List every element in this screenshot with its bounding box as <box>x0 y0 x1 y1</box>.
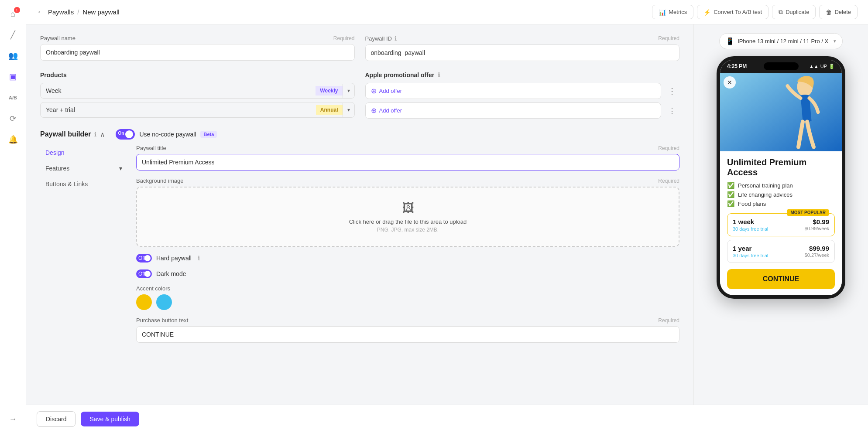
feature-text-2: Food plans <box>738 201 766 207</box>
upload-area[interactable]: 🖼 Click here or drag the file to this ar… <box>136 187 679 247</box>
breadcrumb-separator: / <box>77 8 79 16</box>
sidebar-item-integrations[interactable]: ⟳ <box>4 110 22 127</box>
save-publish-button[interactable]: Save & publish <box>81 412 139 426</box>
apple-promo-info-icon[interactable]: ℹ <box>438 72 440 78</box>
hard-paywall-toggle[interactable]: Off <box>136 254 152 263</box>
sidebar-item-home[interactable]: ⌂ 1 <box>4 5 22 23</box>
offer-2-menu-icon[interactable]: ⋮ <box>665 104 679 117</box>
sidebar-collapse-btn[interactable]: → <box>4 410 22 428</box>
main-content: ← Paywalls / New paywall 📊 Metrics ⚡ Con… <box>26 0 868 433</box>
sidebar-item-ab[interactable]: A/B <box>4 89 22 106</box>
paywall-title-group: Paywall title Required <box>136 145 679 170</box>
product-1-name: Week <box>41 83 316 98</box>
device-selector[interactable]: 📱 iPhone 13 mini / 12 mini / 11 Pro / X … <box>719 33 843 49</box>
product-1-chevron-icon[interactable]: ▾ <box>343 84 354 98</box>
builder-info-icon[interactable]: ℹ <box>94 131 96 138</box>
feature-text-0: Personal training plan <box>738 182 793 189</box>
plan-0-sub-row: 30 days free trial $0.99/week <box>733 225 829 232</box>
no-code-toggle[interactable]: On <box>116 129 135 140</box>
add-offer-1-button[interactable]: ⊕ Add offer <box>365 83 662 99</box>
notifications-icon: 🔔 <box>8 135 18 144</box>
duplicate-button[interactable]: ⧉ Duplicate <box>772 5 816 19</box>
offer-1-menu-icon[interactable]: ⋮ <box>665 85 679 98</box>
paywall-id-label: Paywall ID ℹ Required <box>365 35 680 42</box>
plan-card-1[interactable]: 1 year $99.99 30 days free trial $0.27/w… <box>727 240 835 263</box>
feature-item-0: ✅ Personal training plan <box>727 182 835 189</box>
add-offer-2-button[interactable]: ⊕ Add offer <box>365 102 662 119</box>
accent-colors-label: Accent colors <box>136 285 679 292</box>
accent-color-1-swatch[interactable] <box>136 294 152 310</box>
content-area: Paywall name Required Paywall ID ℹ Requi… <box>26 24 868 405</box>
builder-form: Paywall title Required Background image … <box>136 145 679 343</box>
product-2-row: Year + trial Annual ▾ <box>40 102 355 118</box>
plan-card-0[interactable]: MOST POPULAR 1 week $0.99 30 days free t… <box>727 213 835 236</box>
builder-nav-design[interactable]: Design <box>40 145 127 160</box>
apple-promo-label: Apple promotional offer ℹ <box>365 72 680 78</box>
purchase-btn-input[interactable] <box>136 326 679 343</box>
preview-panel: 📱 iPhone 13 mini / 12 mini / 11 Pro / X … <box>693 24 868 405</box>
delete-button[interactable]: 🗑 Delete <box>819 5 858 19</box>
product-1-select[interactable]: Week Weekly ▾ <box>40 83 355 99</box>
check-icon-1: ✅ <box>727 191 734 198</box>
dark-mode-label: Dark mode <box>156 270 186 277</box>
check-icon-2: ✅ <box>727 200 734 207</box>
hard-paywall-info-icon[interactable]: ℹ <box>198 255 200 262</box>
no-code-toggle-row: On Use no-code paywall Beta <box>116 129 217 140</box>
notification-badge: 1 <box>14 7 20 13</box>
breadcrumb-parent[interactable]: Paywalls <box>48 8 74 16</box>
delete-icon: 🗑 <box>826 9 832 16</box>
breadcrumb: ← Paywalls / New paywall <box>37 7 120 17</box>
back-button[interactable]: ← <box>37 7 45 17</box>
preview-continue-button[interactable]: CONTINUE <box>727 269 835 289</box>
sidebar-item-notifications[interactable]: 🔔 <box>4 131 22 148</box>
sidebar: ⌂ 1 ╱ 👥 ▣ A/B ⟳ 🔔 → <box>0 0 26 433</box>
plan-1-price: $99.99 <box>809 245 829 252</box>
paywall-title-input[interactable] <box>136 154 679 170</box>
sidebar-item-analytics[interactable]: ╱ <box>4 26 22 44</box>
sidebar-item-users[interactable]: 👥 <box>4 47 22 65</box>
upload-text: Click here or drag the file to this area… <box>146 218 670 225</box>
metrics-button[interactable]: 📊 Metrics <box>652 5 693 19</box>
accent-colors-row <box>136 294 679 310</box>
builder-title: Paywall builder <box>40 130 91 138</box>
builder-collapse-icon[interactable]: ∧ <box>100 130 105 139</box>
products-col: Products Week Weekly ▾ Year + trial Annu… <box>40 72 355 119</box>
bg-image-label: Background image Required <box>136 177 679 184</box>
products-label: Products <box>40 72 355 78</box>
phone-notch: 4:25 PM ▲▲ UP 🔋 <box>720 60 842 73</box>
plus-circle-2-icon: ⊕ <box>371 106 377 115</box>
product-1-badge: Weekly <box>316 86 342 95</box>
accent-color-2-swatch[interactable] <box>156 294 172 310</box>
builder-nav-features[interactable]: Features ▾ <box>40 160 127 176</box>
dark-mode-toggle[interactable]: Off <box>136 269 152 278</box>
breadcrumb-current: New paywall <box>82 8 119 16</box>
beta-badge: Beta <box>200 131 217 138</box>
offer-1-row: ⊕ Add offer ⋮ <box>365 83 680 99</box>
upload-icon: 🖼 <box>146 201 670 215</box>
builder-header: Paywall builder ℹ ∧ On Use no-code paywa… <box>40 129 679 140</box>
plan-0-per-week: $0.99/week <box>805 226 829 231</box>
hard-paywall-label: Hard paywall <box>156 255 192 262</box>
paywall-name-input[interactable] <box>40 44 355 61</box>
plan-0-trial: 30 days free trial <box>733 226 768 232</box>
paywall-id-info-icon[interactable]: ℹ <box>395 35 397 42</box>
plan-0-name: 1 week <box>733 218 754 225</box>
plan-0-row: 1 week $0.99 <box>733 218 829 225</box>
product-2-select[interactable]: Year + trial Annual ▾ <box>40 102 355 118</box>
ab-test-button[interactable]: ⚡ Convert To A/B test <box>697 5 769 19</box>
users-icon: 👥 <box>8 51 18 61</box>
device-chevron-icon: ▾ <box>834 38 836 44</box>
paywall-id-input[interactable] <box>365 44 680 61</box>
builder-nav: Design Features ▾ Buttons & Links <box>40 145 127 343</box>
no-code-label: Use no-code paywall <box>139 131 196 138</box>
plan-1-sub-row: 30 days free trial $0.27/week <box>733 252 829 258</box>
name-id-row: Paywall name Required Paywall ID ℹ Requi… <box>40 35 679 61</box>
product-2-chevron-icon[interactable]: ▾ <box>343 103 354 117</box>
phone-hero-image: ✕ <box>720 73 842 151</box>
discard-button[interactable]: Discard <box>37 411 75 427</box>
sidebar-item-paywalls[interactable]: ▣ <box>4 68 22 85</box>
preview-close-button[interactable]: ✕ <box>724 76 736 89</box>
svg-rect-0 <box>720 73 842 151</box>
paywall-title-label: Paywall title Required <box>136 145 679 151</box>
builder-nav-buttons-links[interactable]: Buttons & Links <box>40 176 127 192</box>
